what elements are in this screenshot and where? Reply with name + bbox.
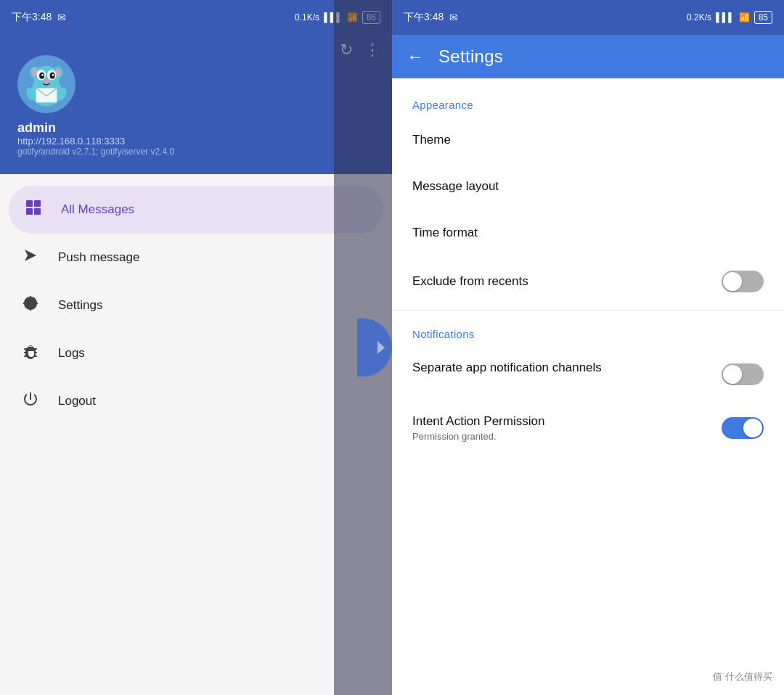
right-panel: 下午3:48 ✉ 0.2K/s ▌▌▌ 📶 85 ← Settings Appe… (392, 0, 784, 695)
watermark: 值 什么值得买 (713, 670, 772, 683)
right-email-icon: ✉ (449, 12, 458, 23)
exclude-recents-toggle[interactable] (722, 271, 764, 292)
right-status-time: 下午3:48 (404, 11, 444, 24)
back-button[interactable]: ← (407, 46, 424, 67)
svg-rect-19 (34, 208, 41, 215)
separate-channels-toggle[interactable] (722, 363, 764, 385)
separate-channels-item[interactable]: Separate app notification channels (392, 346, 784, 400)
appearance-header: Appearance (392, 84, 784, 117)
svg-point-5 (56, 68, 61, 76)
nav-item-push-message[interactable]: Push message (0, 234, 392, 281)
status-bar-left: 下午3:48 ✉ 0.1K/s ▌▌▌ 📶 86 (0, 0, 392, 35)
right-battery: 85 (754, 11, 772, 24)
nav-item-all-messages[interactable]: All Messages (9, 186, 383, 234)
separate-channels-label: Separate app notification channels (412, 361, 722, 375)
intent-action-item[interactable]: Intent Action Permission Permission gran… (392, 400, 784, 456)
svg-point-10 (41, 74, 44, 76)
grid-icon (23, 199, 44, 221)
intent-action-label: Intent Action Permission (412, 414, 722, 429)
power-icon (20, 390, 41, 412)
nav-list: All Messages Push message Settings (0, 174, 392, 695)
nav-label-push-message: Push message (58, 250, 139, 265)
appearance-section: Appearance Theme Message layout Time for… (392, 84, 784, 307)
username: admin (17, 120, 56, 136)
svg-point-12 (44, 80, 50, 83)
svg-rect-17 (34, 200, 41, 207)
left-network-speed: 0.1K/s (295, 12, 319, 22)
settings-content: Appearance Theme Message layout Time for… (392, 78, 784, 695)
send-icon (20, 247, 41, 268)
nav-item-settings[interactable]: Settings (0, 281, 392, 329)
nav-item-logs[interactable]: Logs (0, 329, 392, 377)
notifications-section: Notifications Separate app notification … (392, 313, 784, 456)
exclude-recents-label: Exclude from recents (412, 274, 722, 289)
svg-point-4 (32, 68, 37, 76)
right-wifi-icon: 📶 (739, 12, 750, 22)
time-format-label: Time format (412, 226, 764, 240)
gear-icon (20, 295, 41, 316)
left-header: ↻ ⋮ (0, 35, 392, 174)
svg-rect-18 (26, 208, 33, 215)
avatar-area: admin http://192.168.0.118:3333 gotify/a… (17, 55, 375, 157)
panel-edge-overlay (334, 0, 392, 695)
settings-toolbar: ← Settings (392, 35, 784, 78)
section-divider (392, 310, 784, 311)
time-format-item[interactable]: Time format (392, 210, 784, 256)
right-signal-icon: ▌▌▌ (716, 12, 735, 22)
exclude-recents-item[interactable]: Exclude from recents (392, 256, 784, 307)
version-info: gotify/android v2.7.1; gotify/server v2.… (17, 147, 174, 157)
server-url: http://192.168.0.118:3333 (17, 136, 125, 147)
svg-marker-20 (25, 250, 36, 261)
left-status-time: 下午3:48 (12, 11, 52, 24)
nav-label-settings: Settings (58, 298, 102, 313)
panel-edge-circle (357, 318, 392, 377)
message-layout-label: Message layout (412, 179, 764, 194)
intent-action-toggle[interactable] (722, 417, 764, 439)
intent-action-text-area: Intent Action Permission Permission gran… (412, 414, 722, 442)
status-bar-right: 下午3:48 ✉ 0.2K/s ▌▌▌ 📶 85 (392, 0, 784, 35)
left-email-icon: ✉ (57, 12, 66, 23)
bug-icon (20, 342, 41, 364)
nav-item-logout[interactable]: Logout (0, 377, 392, 425)
nav-label-logs: Logs (58, 346, 85, 361)
svg-point-11 (52, 74, 54, 76)
settings-title: Settings (438, 46, 503, 67)
avatar (17, 55, 75, 113)
notifications-header: Notifications (392, 313, 784, 346)
left-panel: 下午3:48 ✉ 0.1K/s ▌▌▌ 📶 86 ↻ ⋮ (0, 0, 392, 695)
theme-item[interactable]: Theme (392, 117, 784, 163)
toggle-knob-3 (743, 419, 762, 437)
right-status-icons: 0.2K/s ▌▌▌ 📶 85 (687, 11, 772, 24)
theme-label: Theme (412, 133, 764, 147)
nav-label-logout: Logout (58, 394, 96, 408)
toggle-knob-2 (723, 365, 742, 384)
svg-rect-16 (26, 200, 33, 207)
nav-label-all-messages: All Messages (61, 202, 134, 217)
intent-action-sub: Permission granted. (412, 431, 722, 442)
message-layout-item[interactable]: Message layout (392, 163, 784, 210)
toggle-knob (723, 272, 742, 291)
right-network-speed: 0.2K/s (687, 12, 711, 22)
